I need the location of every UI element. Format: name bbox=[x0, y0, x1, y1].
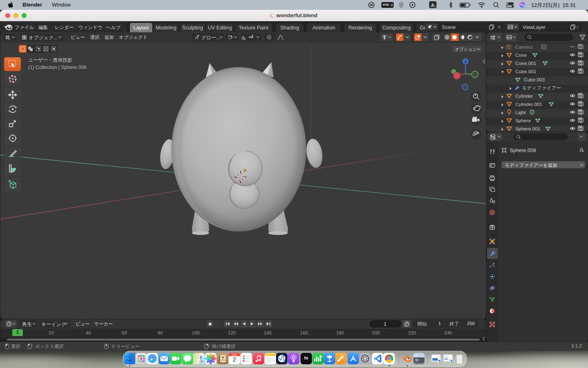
svg-text:Z: Z bbox=[464, 60, 467, 64]
